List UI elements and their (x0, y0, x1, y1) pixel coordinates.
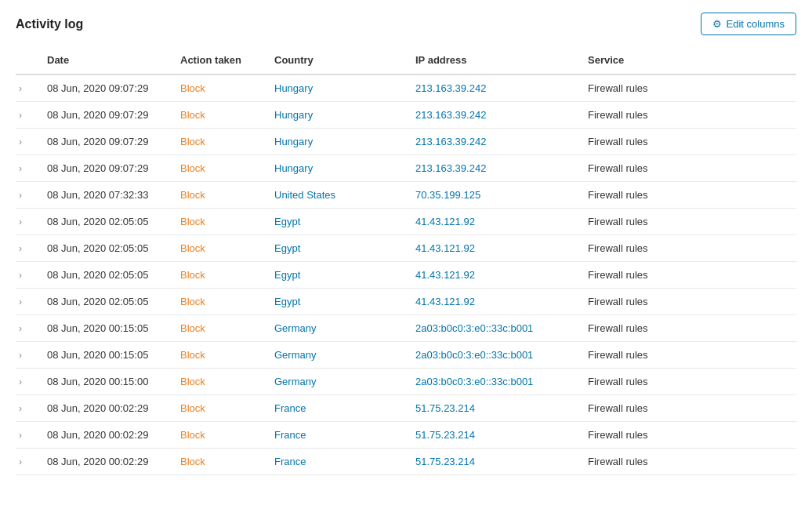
row-expand-button[interactable]: › (16, 395, 39, 422)
country-link[interactable]: Germany (274, 376, 316, 387)
row-ip[interactable]: 41.43.121.92 (408, 289, 580, 315)
row-service: Firewall rules (580, 289, 796, 315)
chevron-right-icon: › (19, 270, 22, 281)
ip-link[interactable]: 70.35.199.125 (415, 189, 480, 201)
country-link[interactable]: Egypt (274, 296, 300, 307)
table-row: ›08 Jun, 2020 09:07:29BlockHungary213.16… (16, 155, 796, 182)
country-link[interactable]: France (274, 456, 306, 467)
country-link[interactable]: Hungary (274, 109, 313, 121)
row-ip[interactable]: 51.75.23.214 (408, 395, 580, 422)
row-expand-button[interactable]: › (16, 262, 39, 289)
row-action: Block (172, 289, 266, 315)
ip-link[interactable]: 213.163.39.242 (415, 109, 486, 121)
country-link[interactable]: Germany (274, 322, 316, 334)
row-expand-button[interactable]: › (16, 315, 39, 342)
row-country[interactable]: Egypt (266, 289, 408, 315)
ip-link[interactable]: 2a03:b0c0:3:e0::33c:b001 (415, 322, 533, 334)
row-action: Block (172, 395, 266, 422)
ip-link[interactable]: 51.75.23.214 (415, 456, 475, 467)
country-link[interactable]: France (274, 402, 306, 414)
row-country[interactable]: France (266, 395, 408, 422)
row-country[interactable]: Egypt (266, 209, 408, 235)
row-ip[interactable]: 41.43.121.92 (408, 209, 580, 235)
row-country[interactable]: Germany (266, 315, 408, 342)
country-link[interactable]: Germany (274, 349, 316, 361)
row-service: Firewall rules (580, 422, 796, 449)
country-link[interactable]: Egypt (274, 242, 300, 254)
edit-columns-button[interactable]: ⚙ Edit columns (701, 13, 796, 35)
row-ip[interactable]: 2a03:b0c0:3:e0::33c:b001 (408, 342, 580, 369)
country-link[interactable]: France (274, 429, 306, 441)
row-expand-button[interactable]: › (16, 129, 39, 155)
row-expand-button[interactable]: › (16, 422, 39, 449)
chevron-right-icon: › (19, 216, 22, 227)
row-expand-button[interactable]: › (16, 449, 39, 475)
col-header-expand (16, 48, 39, 75)
row-country[interactable]: France (266, 449, 408, 475)
row-country[interactable]: Hungary (266, 129, 408, 155)
header-row: Date Action taken Country IP address Ser… (16, 48, 796, 75)
row-expand-button[interactable]: › (16, 75, 39, 102)
row-date: 08 Jun, 2020 09:07:29 (39, 129, 172, 155)
country-link[interactable]: Egypt (274, 269, 300, 281)
row-country[interactable]: United States (266, 182, 408, 209)
row-expand-button[interactable]: › (16, 235, 39, 262)
table-row: ›08 Jun, 2020 09:07:29BlockHungary213.16… (16, 102, 796, 129)
ip-link[interactable]: 213.163.39.242 (415, 82, 486, 94)
row-expand-button[interactable]: › (16, 102, 39, 129)
row-action: Block (172, 129, 266, 155)
ip-link[interactable]: 41.43.121.92 (415, 242, 475, 254)
row-ip[interactable]: 213.163.39.242 (408, 129, 580, 155)
country-link[interactable]: Egypt (274, 216, 300, 227)
action-block-label: Block (180, 322, 205, 334)
ip-link[interactable]: 51.75.23.214 (415, 429, 475, 441)
col-header-service: Service (580, 48, 796, 75)
country-link[interactable]: United States (274, 189, 335, 201)
ip-link[interactable]: 213.163.39.242 (415, 162, 486, 174)
row-country[interactable]: Hungary (266, 155, 408, 182)
row-country[interactable]: Germany (266, 369, 408, 395)
chevron-right-icon: › (19, 110, 22, 121)
row-country[interactable]: France (266, 422, 408, 449)
row-ip[interactable]: 213.163.39.242 (408, 155, 580, 182)
row-ip[interactable]: 2a03:b0c0:3:e0::33c:b001 (408, 315, 580, 342)
ip-link[interactable]: 41.43.121.92 (415, 269, 475, 281)
row-expand-button[interactable]: › (16, 209, 39, 235)
ip-link[interactable]: 2a03:b0c0:3:e0::33c:b001 (415, 349, 533, 361)
row-service: Firewall rules (580, 449, 796, 475)
row-ip[interactable]: 51.75.23.214 (408, 422, 580, 449)
ip-link[interactable]: 2a03:b0c0:3:e0::33c:b001 (415, 376, 533, 387)
chevron-right-icon: › (19, 456, 22, 467)
action-block-label: Block (180, 349, 205, 361)
row-expand-button[interactable]: › (16, 289, 39, 315)
row-date: 08 Jun, 2020 02:05:05 (39, 209, 172, 235)
country-link[interactable]: Hungary (274, 136, 313, 147)
row-ip[interactable]: 213.163.39.242 (408, 102, 580, 129)
ip-link[interactable]: 41.43.121.92 (415, 296, 475, 307)
row-country[interactable]: Hungary (266, 102, 408, 129)
row-expand-button[interactable]: › (16, 182, 39, 209)
row-country[interactable]: Egypt (266, 262, 408, 289)
row-ip[interactable]: 2a03:b0c0:3:e0::33c:b001 (408, 369, 580, 395)
row-country[interactable]: Egypt (266, 235, 408, 262)
ip-link[interactable]: 51.75.23.214 (415, 402, 475, 414)
row-ip[interactable]: 51.75.23.214 (408, 449, 580, 475)
page-header: Activity log ⚙ Edit columns (16, 13, 796, 35)
row-ip[interactable]: 41.43.121.92 (408, 262, 580, 289)
row-expand-button[interactable]: › (16, 342, 39, 369)
row-service: Firewall rules (580, 315, 796, 342)
ip-link[interactable]: 41.43.121.92 (415, 216, 475, 227)
row-country[interactable]: Hungary (266, 75, 408, 102)
row-ip[interactable]: 213.163.39.242 (408, 75, 580, 102)
country-link[interactable]: Hungary (274, 82, 313, 94)
row-country[interactable]: Germany (266, 342, 408, 369)
row-ip[interactable]: 70.35.199.125 (408, 182, 580, 209)
row-date: 08 Jun, 2020 00:02:29 (39, 395, 172, 422)
row-action: Block (172, 262, 266, 289)
row-expand-button[interactable]: › (16, 369, 39, 395)
country-link[interactable]: Hungary (274, 162, 313, 174)
row-expand-button[interactable]: › (16, 155, 39, 182)
ip-link[interactable]: 213.163.39.242 (415, 136, 486, 147)
row-ip[interactable]: 41.43.121.92 (408, 235, 580, 262)
row-date: 08 Jun, 2020 09:07:29 (39, 102, 172, 129)
